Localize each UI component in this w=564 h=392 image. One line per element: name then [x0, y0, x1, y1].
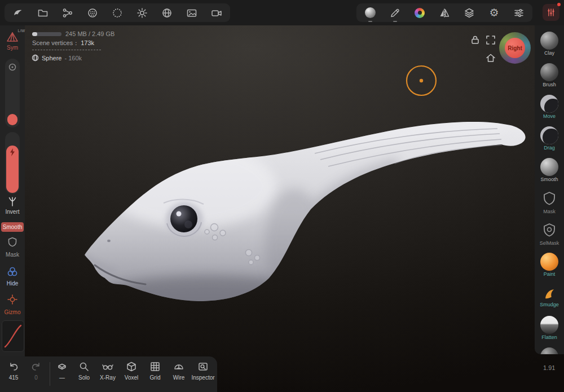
history-grid-icon[interactable]	[543, 4, 559, 21]
radius-icon	[8, 63, 16, 71]
solo-label: Solo	[74, 375, 94, 381]
object-name: Sphere	[42, 55, 61, 61]
wire-label: Wire	[169, 375, 189, 381]
interface-sliders-icon[interactable]	[513, 7, 525, 19]
tool-move[interactable]: Move	[535, 92, 564, 124]
gizmo-icon[interactable]	[7, 294, 17, 305]
solo-button[interactable]: Solo	[74, 361, 94, 381]
drag-crescent-icon	[540, 126, 558, 144]
grid-label: Grid	[146, 375, 165, 381]
creature-eye	[170, 205, 197, 232]
voxel-label: Voxel	[121, 375, 142, 381]
app-logo-icon[interactable]	[12, 7, 24, 19]
eye-reflection	[184, 221, 192, 228]
tool-flatten[interactable]: Flatten	[535, 313, 564, 345]
home-view-icon[interactable]	[485, 52, 495, 63]
lighting-sun-icon[interactable]	[136, 7, 148, 19]
matcap-sphere-icon[interactable]	[364, 7, 376, 19]
files-folder-icon[interactable]	[37, 7, 49, 19]
material-globe-icon[interactable]	[161, 7, 173, 19]
tool-clay[interactable]: Clay	[535, 29, 564, 60]
tool-label: Flatten	[535, 334, 564, 340]
inspector-label: Inspector	[190, 375, 217, 381]
tool-label: Paint	[535, 271, 564, 277]
lock-view-icon[interactable]	[470, 34, 480, 45]
smooth-shortcut-button[interactable]: Smooth	[1, 222, 24, 232]
color-wheel-icon[interactable]	[414, 7, 425, 19]
topbar-right-group: ⚙	[356, 3, 532, 22]
memory-text: 245 MB / 2.49 GB	[65, 30, 114, 37]
nostril	[107, 240, 111, 242]
stroke-dotted-circle-icon[interactable]	[112, 7, 123, 19]
smudge-swirl-icon	[541, 285, 558, 302]
top-toolbar: ⚙	[0, 0, 564, 25]
gizmo-label: Gizmo	[0, 309, 25, 315]
solo-magnifier-icon	[78, 361, 90, 372]
layers-value: —	[53, 375, 71, 381]
mask-shortcut-icon[interactable]	[7, 237, 17, 247]
tool-paint[interactable]: Paint	[535, 250, 564, 281]
background-image-icon[interactable]	[186, 7, 197, 19]
app-version: 1.91	[543, 364, 555, 371]
tool-selmask[interactable]: SelMask	[535, 218, 564, 250]
topbar-left-group	[5, 3, 230, 22]
partial-matcap-icon	[540, 347, 558, 354]
fullscreen-icon[interactable]	[485, 34, 495, 45]
falloff-curve-icon	[2, 321, 24, 351]
undo-count: 415	[5, 375, 23, 381]
tool-smudge[interactable]: Smudge	[535, 281, 564, 313]
memory-bar-fill	[32, 32, 37, 36]
tool-smooth[interactable]: Smooth	[535, 155, 564, 187]
inspector-icon	[197, 361, 209, 372]
tool-next-partial[interactable]	[535, 345, 564, 354]
right-tool-palette: Clay Brush Move Drag Smooth Mask	[535, 25, 564, 354]
remesh-sphere-icon[interactable]	[87, 7, 98, 19]
redo-icon	[30, 361, 42, 372]
wireframe-dome-icon	[173, 361, 184, 372]
view-face-label: Right	[508, 45, 522, 51]
scene-graph-icon[interactable]	[62, 7, 73, 19]
invert-label: Invert	[0, 209, 25, 215]
tool-mask[interactable]: Mask	[535, 187, 564, 218]
memory-bar	[32, 32, 61, 36]
camera-icon[interactable]	[211, 7, 222, 19]
voxel-cube-icon	[126, 361, 137, 372]
pencil-icon[interactable]	[389, 7, 400, 19]
scene-vertices-label: Scene vertices：	[32, 39, 79, 46]
intensity-slider[interactable]	[5, 132, 20, 194]
view-face-button[interactable]: Right	[505, 38, 525, 58]
smooth-shortcut-label: Smooth	[3, 224, 22, 230]
tool-drag[interactable]: Drag	[535, 124, 564, 155]
inspector-button[interactable]: Inspector	[190, 361, 217, 381]
layers-button[interactable]: —	[53, 361, 71, 381]
xray-button[interactable]: X-Ray	[97, 361, 118, 381]
scene-vertices-value: 173k	[81, 39, 94, 46]
tool-brush[interactable]: Brush	[535, 60, 564, 92]
smooth-matcap-icon	[540, 158, 558, 176]
invert-icon[interactable]	[7, 196, 17, 206]
wire-button[interactable]: Wire	[169, 361, 189, 381]
settings-gear-icon[interactable]: ⚙	[488, 7, 500, 19]
grid-button[interactable]: Grid	[146, 361, 165, 381]
hide-label: Hide	[0, 280, 25, 287]
hide-knot-icon[interactable]	[7, 266, 18, 278]
object-vertex-count: - 160k	[64, 55, 82, 61]
selmask-shield-icon	[541, 222, 557, 238]
left-tool-strip: L/W Sym Invert Smooth Mask	[0, 25, 25, 356]
falloff-curve-box[interactable]	[2, 320, 24, 352]
symmetry-tent-icon[interactable]	[6, 31, 19, 43]
sculpt-app-window: ⚙ 245 MB / 2.49 GB Scene vertices： 173k	[0, 0, 564, 392]
active-object-row[interactable]: Sphere - 160k	[32, 54, 82, 61]
redo-button[interactable]: 0	[27, 361, 45, 381]
voxel-button[interactable]: Voxel	[121, 361, 142, 381]
eye-highlight	[177, 212, 182, 217]
tool-label: Clay	[535, 50, 564, 56]
symmetry-mirror-icon[interactable]	[439, 7, 450, 19]
radius-slider[interactable]	[5, 59, 20, 127]
layers-icon[interactable]	[464, 7, 475, 19]
view-orientation-ball[interactable]: Right	[499, 32, 531, 64]
undo-button[interactable]: 415	[5, 361, 23, 381]
brush-cursor	[407, 66, 436, 95]
sym-label: Sym	[0, 45, 25, 51]
object-sphere-icon	[32, 54, 39, 61]
